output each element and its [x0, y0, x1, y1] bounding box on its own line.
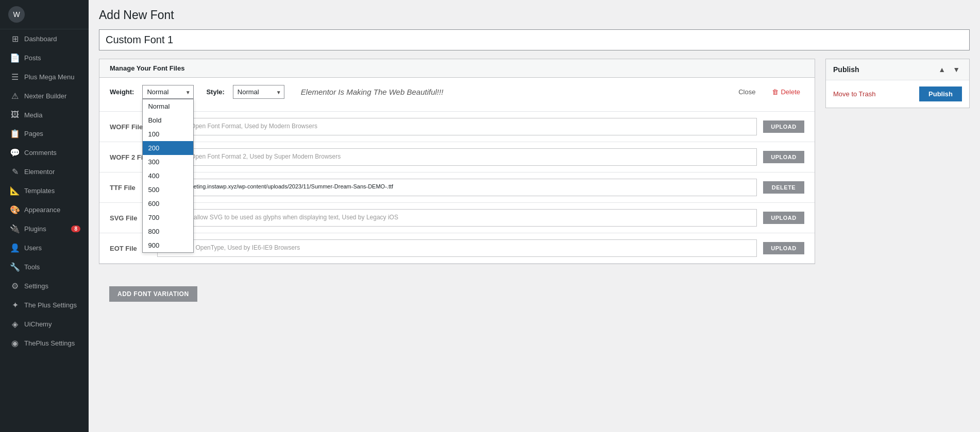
publish-panel: Publish ▲ ▼ Move to Trash Publish [825, 59, 970, 108]
file-input-woff2: The Web Open Font Format 2, Used by Supe… [157, 148, 757, 166]
manage-section-title: Manage Your Font Files [99, 59, 815, 78]
sidebar-icon-theplus-settings: ◉ [10, 338, 20, 348]
sidebar-icon-pages: 📋 [10, 129, 20, 139]
sidebar-item-settings[interactable]: ⚙ Settings [0, 277, 89, 296]
publish-sidebar-panel: Publish ▲ ▼ Move to Trash Publish [825, 59, 970, 108]
sidebar-icon-users: 👤 [10, 243, 20, 253]
sidebar-item-users[interactable]: 👤 Users [0, 238, 89, 257]
weight-option-500[interactable]: 500 [143, 183, 193, 197]
weight-label: Weight: [110, 88, 134, 96]
file-row-woff2: WOFF 2 File The Web Open Font Format 2, … [99, 142, 815, 172]
close-button[interactable]: Close [734, 86, 759, 98]
sidebar-label-appearance: Appearance [24, 206, 60, 214]
publish-panel-title: Publish [833, 65, 859, 74]
sidebar-logo: W [0, 0, 89, 29]
weight-option-Bold[interactable]: Bold [143, 113, 193, 127]
sidebar-icon-plus-mega-menu: ☰ [10, 72, 20, 82]
sidebar-icon-uichemy: ◈ [10, 319, 20, 329]
sidebar-item-pages[interactable]: 📋 Pages [0, 124, 89, 143]
weight-option-800[interactable]: 800 [143, 224, 193, 238]
weight-option-400[interactable]: 400 [143, 169, 193, 183]
sidebar-label-nexter-builder: Nexter Builder [24, 92, 66, 100]
sidebar-item-uichemy[interactable]: ◈ UiChemy [0, 315, 89, 334]
sidebar-label-pages: Pages [24, 130, 43, 137]
sidebar-item-plugins[interactable]: 🔌 Plugins 8 [0, 219, 89, 238]
sidebar-label-settings: Settings [24, 282, 48, 290]
sidebar-label-uichemy: UiChemy [24, 320, 52, 328]
publish-button[interactable]: Publish [919, 87, 962, 101]
weight-option-200[interactable]: 200 [143, 141, 193, 155]
add-font-variation-button[interactable]: ADD FONT VARIATION [109, 286, 197, 302]
weight-option-100[interactable]: 100 [143, 127, 193, 141]
weight-option-Normal[interactable]: Normal [143, 99, 193, 113]
font-variation-section: Manage Your Font Files Weight: NormalBol… [99, 59, 815, 264]
file-rows-container: WOFF File The Web Open Font Format, Used… [99, 112, 815, 264]
style-select[interactable]: NormalItalicOblique [233, 85, 284, 99]
file-row-svg: SVG File SVG fonts allow SVG to be used … [99, 203, 815, 233]
sidebar-icon-media: 🖼 [10, 110, 20, 119]
sidebar-icon-tools: 🔧 [10, 262, 20, 272]
sidebar-item-elementor[interactable]: ✎ Elementor [0, 162, 89, 181]
font-controls-row: Weight: NormalBold1002003004005006007008… [99, 78, 815, 112]
sidebar-icon-elementor: ✎ [10, 167, 20, 177]
sidebar-icon-appearance: 🎨 [10, 205, 20, 215]
delete-button[interactable]: 🗑 Delete [768, 86, 804, 98]
sidebar-icon-settings: ⚙ [10, 281, 20, 291]
main-area: Add New Font Manage Your Font Files Weig… [89, 0, 980, 432]
weight-style-row: Weight: NormalBold1002003004005006007008… [110, 85, 804, 99]
sidebar-label-the-plus-settings: The Plus Settings [24, 301, 77, 309]
sidebar-icon-plugins: 🔌 [10, 224, 20, 234]
publish-header-icons: ▲ ▼ [936, 64, 962, 75]
weight-option-900[interactable]: 900 [143, 238, 193, 252]
sidebar-label-elementor: Elementor [24, 168, 55, 176]
sidebar-label-dashboard: Dashboard [24, 35, 57, 43]
weight-option-600[interactable]: 600 [143, 197, 193, 211]
weight-option-700[interactable]: 700 [143, 211, 193, 224]
file-input-svg: SVG fonts allow SVG to be used as glyphs… [157, 209, 757, 227]
svg-btn[interactable]: UPLOAD [763, 212, 804, 224]
sidebar-icon-posts: 📄 [10, 53, 20, 63]
sidebar-item-templates[interactable]: 📐 Templates [0, 181, 89, 200]
sidebar-item-appearance[interactable]: 🎨 Appearance [0, 200, 89, 219]
sidebar-icon-the-plus-settings: ✦ [10, 300, 20, 310]
content-wrapper: Add New Font Manage Your Font Files Weig… [89, 0, 980, 432]
sidebar-item-tools[interactable]: 🔧 Tools [0, 257, 89, 277]
sidebar-icon-dashboard: ⊞ [10, 34, 20, 44]
sidebar-item-comments[interactable]: 💬 Comments [0, 143, 89, 162]
content-body: Manage Your Font Files Weight: NormalBol… [99, 59, 970, 432]
eot-btn[interactable]: UPLOAD [763, 242, 804, 254]
main-content-col: Manage Your Font Files Weight: NormalBol… [99, 59, 815, 310]
expand-publish-button[interactable]: ▼ [951, 64, 962, 75]
sidebar-label-theplus-settings: ThePlus Settings [24, 339, 75, 347]
weight-option-300[interactable]: 300 [143, 155, 193, 169]
publish-panel-body: Move to Trash Publish [826, 80, 969, 108]
style-select-wrapper: NormalItalicOblique ▾ [233, 85, 284, 99]
woff-btn[interactable]: UPLOAD [763, 120, 804, 133]
file-input-eot: Embedded OpenType, Used by IE6-IE9 Brows… [157, 239, 757, 257]
sidebar-item-media[interactable]: 🖼 Media [0, 106, 89, 124]
sidebar-label-plus-mega-menu: Plus Mega Menu [24, 73, 75, 81]
woff2-btn[interactable]: UPLOAD [763, 151, 804, 163]
sidebar-item-nexter-builder[interactable]: ⚠ Nexter Builder [0, 87, 89, 106]
weight-select-wrapper: NormalBold100200300400500600700800900 ▾ [142, 85, 194, 99]
sidebar-label-media: Media [24, 111, 42, 119]
sidebar-label-posts: Posts [24, 54, 41, 62]
ttf-btn[interactable]: DELETE [763, 181, 804, 194]
sidebar-item-plus-mega-menu[interactable]: ☰ Plus Mega Menu [0, 67, 89, 87]
weight-select[interactable]: NormalBold100200300400500600700800900 [142, 85, 194, 99]
sidebar-icon-templates: 📐 [10, 186, 20, 196]
sidebar-item-the-plus-settings[interactable]: ✦ The Plus Settings [0, 296, 89, 315]
publish-panel-header: Publish ▲ ▼ [826, 59, 969, 80]
move-to-trash-button[interactable]: Move to Trash [833, 90, 875, 98]
font-name-input[interactable] [99, 29, 970, 50]
page-title: Add New Font [99, 8, 970, 22]
weight-dropdown-menu: NormalBold100200300400500600700800900 [142, 99, 194, 253]
sidebar-icon-comments: 💬 [10, 148, 20, 158]
sidebar-item-theplus-settings[interactable]: ◉ ThePlus Settings [0, 334, 89, 353]
sidebar-item-dashboard[interactable]: ⊞ Dashboard [0, 29, 89, 48]
sidebar-label-templates: Templates [24, 187, 55, 195]
sidebar-label-tools: Tools [24, 263, 40, 271]
sidebar-item-posts[interactable]: 📄 Posts [0, 48, 89, 67]
collapse-publish-button[interactable]: ▲ [936, 64, 948, 75]
sidebar-icon-nexter-builder: ⚠ [10, 91, 20, 101]
